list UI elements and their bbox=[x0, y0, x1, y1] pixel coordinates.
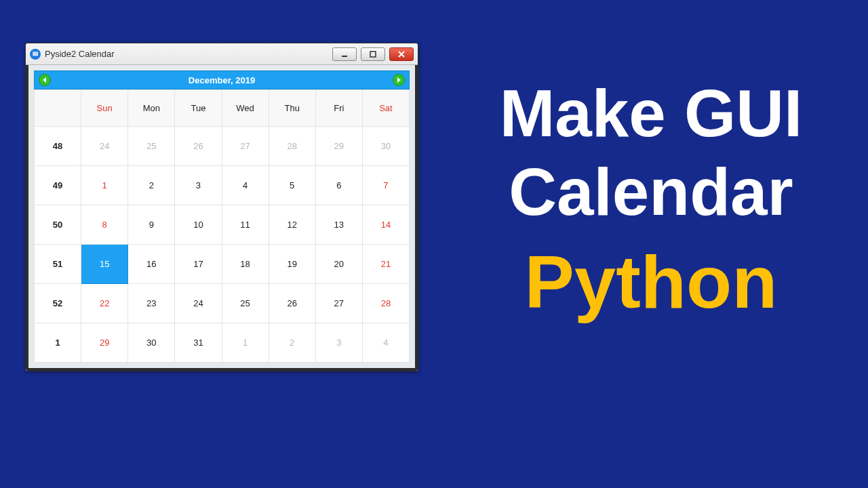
day-cell[interactable]: 7 bbox=[362, 166, 409, 205]
header-fri: Fri bbox=[315, 90, 362, 127]
day-cell[interactable]: 1 bbox=[222, 323, 269, 363]
maximize-icon bbox=[369, 50, 377, 58]
calendar-header: Sun Mon Tue Wed Thu Fri Sat bbox=[35, 90, 410, 127]
day-cell[interactable]: 28 bbox=[269, 127, 315, 166]
week-number: 1 bbox=[35, 323, 81, 363]
headline: Make GUI Calendar Python bbox=[454, 75, 848, 326]
calendar-row: 5115161718192021 bbox=[35, 245, 410, 284]
window-body: December, 2019 Sun Mon Tue Wed Thu Fri S… bbox=[26, 65, 418, 371]
day-cell[interactable]: 25 bbox=[222, 284, 269, 323]
calendar-window: ✉ Pyside2 Calendar December, 2019 bbox=[25, 43, 418, 371]
calendar-navbar: December, 2019 bbox=[34, 70, 410, 89]
header-sat: Sat bbox=[362, 90, 409, 127]
minimize-button[interactable] bbox=[332, 47, 357, 61]
arrow-left-icon bbox=[41, 77, 48, 83]
day-cell[interactable]: 9 bbox=[128, 205, 175, 245]
header-sun: Sun bbox=[81, 90, 128, 127]
app-icon: ✉ bbox=[30, 49, 41, 60]
day-cell[interactable]: 2 bbox=[269, 323, 315, 363]
next-month-button[interactable] bbox=[393, 74, 405, 86]
day-cell[interactable]: 26 bbox=[269, 284, 315, 323]
day-cell[interactable]: 31 bbox=[175, 323, 222, 363]
day-cell[interactable]: 3 bbox=[175, 166, 222, 205]
day-cell[interactable]: 6 bbox=[315, 166, 362, 205]
day-cell[interactable]: 19 bbox=[269, 245, 315, 284]
day-cell[interactable]: 24 bbox=[81, 127, 128, 166]
day-cell[interactable]: 23 bbox=[128, 284, 175, 323]
calendar-row: 12930311234 bbox=[35, 323, 410, 363]
day-cell[interactable]: 13 bbox=[315, 205, 362, 245]
svg-marker-5 bbox=[397, 77, 401, 83]
day-cell[interactable]: 27 bbox=[222, 127, 269, 166]
day-cell[interactable]: 18 bbox=[222, 245, 269, 284]
header-wed: Wed bbox=[222, 90, 269, 127]
header-thu: Thu bbox=[269, 90, 315, 127]
week-number: 51 bbox=[35, 245, 81, 284]
week-number: 52 bbox=[35, 284, 81, 323]
day-cell[interactable]: 10 bbox=[175, 205, 222, 245]
calendar-body: 4824252627282930491234567508910111213145… bbox=[35, 127, 410, 363]
day-cell[interactable]: 29 bbox=[315, 127, 362, 166]
week-number: 49 bbox=[35, 166, 81, 205]
headline-line2: Calendar bbox=[454, 153, 848, 232]
week-number: 50 bbox=[35, 205, 81, 245]
day-cell[interactable]: 30 bbox=[128, 323, 175, 363]
maximize-button[interactable] bbox=[361, 47, 385, 61]
day-cell[interactable]: 2 bbox=[128, 166, 175, 205]
day-cell[interactable]: 22 bbox=[81, 284, 128, 323]
close-icon bbox=[397, 50, 406, 58]
day-cell[interactable]: 3 bbox=[315, 323, 362, 363]
day-cell[interactable]: 25 bbox=[128, 127, 175, 166]
day-cell[interactable]: 27 bbox=[315, 284, 362, 323]
day-cell[interactable]: 12 bbox=[269, 205, 315, 245]
day-cell[interactable]: 24 bbox=[175, 284, 222, 323]
month-year-label[interactable]: December, 2019 bbox=[189, 75, 255, 85]
day-cell[interactable]: 17 bbox=[175, 245, 222, 284]
header-week-col bbox=[35, 90, 81, 127]
day-cell[interactable]: 15 bbox=[81, 245, 128, 284]
headline-line1: Make GUI bbox=[454, 75, 848, 153]
day-cell[interactable]: 28 bbox=[362, 284, 409, 323]
svg-marker-4 bbox=[43, 77, 46, 83]
day-cell[interactable]: 14 bbox=[362, 205, 409, 245]
day-cell[interactable]: 11 bbox=[222, 205, 269, 245]
day-cell[interactable]: 21 bbox=[362, 245, 409, 284]
day-cell[interactable]: 20 bbox=[315, 245, 362, 284]
day-cell[interactable]: 30 bbox=[362, 127, 409, 166]
prev-month-button[interactable] bbox=[39, 74, 51, 86]
minimize-icon bbox=[340, 50, 349, 58]
headline-text-make: Make bbox=[500, 76, 684, 150]
calendar-row: 491234567 bbox=[35, 166, 410, 205]
day-cell[interactable]: 8 bbox=[81, 205, 128, 245]
day-cell[interactable]: 5 bbox=[269, 166, 315, 205]
day-cell[interactable]: 16 bbox=[128, 245, 175, 284]
calendar-row: 50891011121314 bbox=[35, 205, 410, 245]
window-title: Pyside2 Calendar bbox=[45, 49, 115, 59]
calendar-table: Sun Mon Tue Wed Thu Fri Sat 482425262728… bbox=[34, 89, 410, 363]
header-tue: Tue bbox=[175, 90, 222, 127]
calendar-row: 4824252627282930 bbox=[35, 127, 410, 166]
svg-rect-1 bbox=[370, 52, 376, 57]
window-titlebar[interactable]: ✉ Pyside2 Calendar bbox=[26, 43, 418, 65]
day-cell[interactable]: 29 bbox=[81, 323, 128, 363]
headline-text-gui: GUI bbox=[684, 76, 802, 150]
day-cell[interactable]: 4 bbox=[362, 323, 409, 363]
day-cell[interactable]: 26 bbox=[175, 127, 222, 166]
day-cell[interactable]: 4 bbox=[222, 166, 269, 205]
week-number: 48 bbox=[35, 127, 81, 166]
day-cell[interactable]: 1 bbox=[81, 166, 128, 205]
header-mon: Mon bbox=[128, 90, 175, 127]
headline-line3: Python bbox=[454, 238, 848, 326]
calendar-row: 5222232425262728 bbox=[35, 284, 410, 323]
close-button[interactable] bbox=[389, 47, 414, 61]
arrow-right-icon bbox=[395, 77, 402, 83]
